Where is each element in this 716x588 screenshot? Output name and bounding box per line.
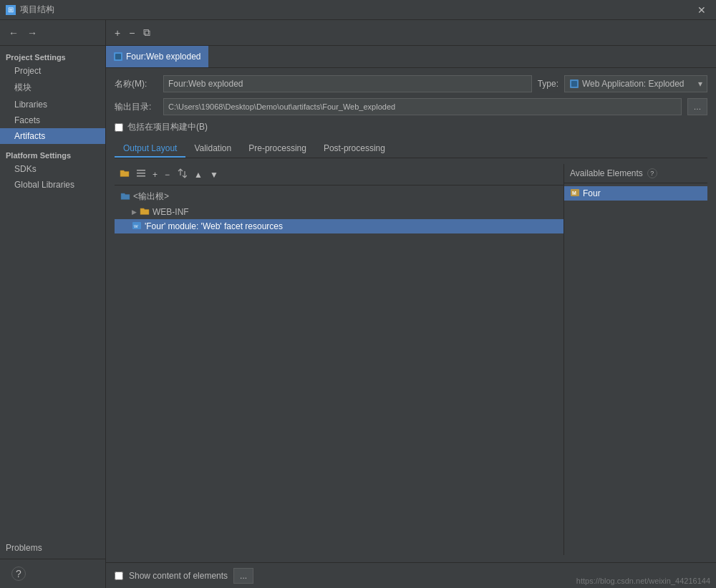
- output-browse-button[interactable]: …: [687, 98, 707, 115]
- add-element-btn[interactable]: +: [150, 168, 160, 181]
- tab-output-layout[interactable]: Output Layout: [115, 140, 185, 158]
- add-artifact-button[interactable]: +: [112, 26, 123, 40]
- show-content-checkbox[interactable]: [115, 572, 123, 580]
- output-path: C:\Users\19068\Desktop\Demo\out\artifact…: [163, 98, 682, 115]
- type-dropdown-icon: ▾: [698, 79, 702, 89]
- folder-btn[interactable]: [117, 168, 132, 181]
- tree-item-web-inf[interactable]: ▶ WEB-INF: [115, 205, 563, 219]
- tab-validation[interactable]: Validation: [185, 140, 240, 158]
- web-resource-icon: W: [132, 221, 142, 231]
- module-icon: M: [570, 188, 580, 198]
- tree-item-root-label: <输出根>: [133, 191, 169, 203]
- root-icon: [120, 192, 130, 202]
- title-text: 项目结构: [20, 4, 54, 16]
- output-tree: <输出根> ▶ WEB-INF: [115, 185, 563, 555]
- detail-panel: 名称(M): Type: Web Application: Exploded ▾: [106, 68, 716, 562]
- watermark: https://blog.csdn.net/weixin_44216144: [576, 577, 710, 585]
- forward-button[interactable]: →: [24, 26, 40, 39]
- tab-post-processing[interactable]: Post-processing: [315, 140, 394, 158]
- name-row: 名称(M): Type: Web Application: Exploded ▾: [115, 75, 707, 92]
- output-row: 输出目录: C:\Users\19068\Desktop\Demo\out\ar…: [115, 98, 707, 115]
- svg-rect-3: [571, 81, 577, 87]
- sidebar-toolbar: ← →: [0, 20, 105, 46]
- title-bar: ⊞ 项目结构 ✕: [0, 0, 716, 20]
- sidebar-item-problems[interactable]: Problems: [0, 540, 105, 556]
- type-value: Web Application: Exploded: [582, 79, 684, 89]
- available-elements-header: Available Elements ?: [564, 164, 707, 183]
- include-in-build-checkbox[interactable]: [115, 123, 123, 132]
- svg-text:W: W: [134, 224, 138, 228]
- sidebar-item-artifacts[interactable]: Artifacts: [0, 128, 105, 144]
- sidebar-nav: Project Settings Project 模块 Libraries Fa…: [0, 46, 105, 537]
- output-tree-panel: + − ▲ ▼ <输出根>: [115, 164, 564, 555]
- remove-artifact-button[interactable]: −: [126, 26, 137, 40]
- down-btn[interactable]: ▼: [208, 168, 221, 181]
- name-input[interactable]: [163, 75, 532, 92]
- output-content: + − ▲ ▼ <输出根>: [115, 164, 707, 555]
- sidebar-item-libraries[interactable]: Libraries: [0, 97, 105, 112]
- tree-item-output-root[interactable]: <输出根>: [115, 188, 563, 205]
- svg-text:M: M: [572, 191, 576, 196]
- browse-icon: …: [694, 102, 702, 111]
- available-item-four[interactable]: M Four: [564, 186, 707, 201]
- artifact-item-four-web[interactable]: Four:Web exploded: [106, 46, 208, 67]
- svg-rect-4: [137, 170, 145, 171]
- content-area: + − ⧉ Four:Web exploded: [106, 20, 716, 588]
- sidebar-item-project[interactable]: Project: [0, 63, 105, 79]
- output-label: 输出目录:: [115, 101, 158, 113]
- copy-artifact-button[interactable]: ⧉: [140, 25, 153, 40]
- name-label: 名称(M):: [115, 78, 158, 90]
- type-select[interactable]: Web Application: Exploded ▾: [564, 75, 707, 92]
- folder-icon: [140, 207, 150, 217]
- tree-item-four-resources[interactable]: W 'Four' module: 'Web' facet resources: [115, 219, 563, 233]
- show-content-label: Show content of elements: [129, 571, 228, 581]
- tree-item-resources-label: 'Four' module: 'Web' facet resources: [145, 221, 283, 231]
- close-button[interactable]: ✕: [693, 3, 710, 17]
- artifact-header: + − ⧉ Four:Web exploded: [106, 20, 716, 68]
- svg-rect-6: [137, 175, 145, 177]
- tab-pre-processing[interactable]: Pre-processing: [240, 140, 315, 158]
- project-settings-label: Project Settings: [0, 49, 105, 63]
- tabs-bar: Output Layout Validation Pre-processing …: [115, 140, 707, 158]
- checkbox-row: 包括在项目构建中(B): [115, 121, 707, 133]
- available-elements-panel: Available Elements ? M Four: [564, 164, 707, 555]
- sidebar: ← → Project Settings Project 模块 Librarie…: [0, 20, 106, 588]
- type-label: Type:: [538, 79, 558, 89]
- artifact-icon: [113, 52, 123, 62]
- sidebar-item-modules[interactable]: 模块: [0, 79, 105, 97]
- show-content-button[interactable]: ...: [233, 568, 253, 584]
- include-in-build-label: 包括在项目构建中(B): [127, 121, 208, 133]
- main-container: ← → Project Settings Project 模块 Librarie…: [0, 20, 716, 588]
- title-icon: ⊞: [6, 5, 16, 15]
- artifact-name: Four:Web exploded: [126, 52, 201, 62]
- svg-rect-5: [137, 173, 145, 174]
- sidebar-item-global-libraries[interactable]: Global Libraries: [0, 177, 105, 193]
- artifact-list: Four:Web exploded: [106, 46, 716, 67]
- back-button[interactable]: ←: [6, 26, 21, 39]
- artifact-toolbar: + − ⧉: [106, 20, 716, 46]
- sidebar-item-sdks[interactable]: SDKs: [0, 161, 105, 177]
- output-tree-toolbar: + − ▲ ▼: [115, 164, 563, 185]
- lines-btn[interactable]: [135, 168, 147, 181]
- sort-btn[interactable]: [175, 167, 189, 182]
- available-help-icon[interactable]: ?: [647, 168, 657, 178]
- available-item-four-label: Four: [583, 188, 601, 198]
- available-elements-label: Available Elements: [570, 168, 643, 178]
- up-btn[interactable]: ▲: [192, 168, 205, 181]
- available-list: M Four: [564, 183, 707, 555]
- sidebar-item-facets[interactable]: Facets: [0, 112, 105, 128]
- svg-rect-1: [115, 54, 121, 59]
- help-button[interactable]: ?: [11, 567, 26, 581]
- platform-settings-label: Platform Settings: [0, 144, 105, 161]
- remove-element-btn[interactable]: −: [163, 168, 172, 181]
- expand-icon: ▶: [132, 208, 137, 216]
- tree-item-web-inf-label: WEB-INF: [153, 207, 189, 217]
